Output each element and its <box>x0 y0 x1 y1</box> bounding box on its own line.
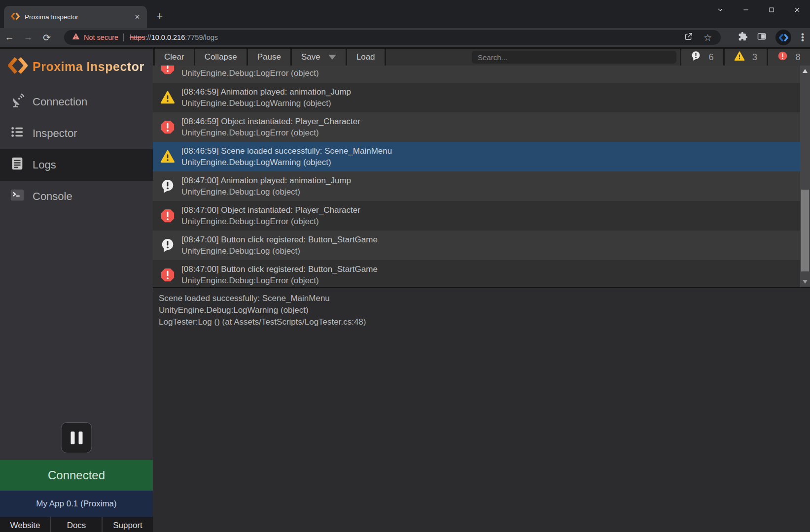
log-stack: UnityEngine.Debug:LogWarning (object) <box>181 157 392 168</box>
detail-line: UnityEngine.Debug:LogWarning (object) <box>159 304 804 316</box>
log-stack: UnityEngine.Debug:LogError (object) <box>181 127 360 138</box>
error-octagon-icon <box>160 267 175 282</box>
info-bubble-icon <box>691 51 701 64</box>
log-stack: UnityEngine.Debug:LogError (object) <box>181 216 360 227</box>
not-secure-label[interactable]: Not secure <box>84 33 118 41</box>
log-row[interactable]: [08:47:00] Object instantiated: Player_C… <box>153 201 800 231</box>
scrollbar-thumb[interactable] <box>801 190 809 271</box>
page-content: Proxima Inspector Connection <box>0 47 810 532</box>
pause-stream-button[interactable] <box>61 422 92 453</box>
error-count-filter[interactable]: 8 <box>768 49 810 66</box>
browser-menu-kebab-icon[interactable]: ••• <box>800 33 805 42</box>
sidebar: Proxima Inspector Connection <box>0 49 153 532</box>
info-bubble-icon <box>160 179 175 194</box>
error-circle-icon <box>777 51 788 64</box>
save-button[interactable]: Save <box>292 49 346 66</box>
bookmark-star-icon[interactable]: ☆ <box>704 32 712 43</box>
info-count: 6 <box>708 52 713 63</box>
browser-titlebar: Proxima Inspector ✕ + <box>0 0 810 28</box>
sidebar-item-label: Connection <box>33 96 87 108</box>
omnibox-divider <box>123 33 124 41</box>
log-scrollbar[interactable] <box>800 66 810 287</box>
new-tab-button[interactable]: + <box>153 10 167 24</box>
log-row[interactable]: [08:47:00] Animation played: animation_J… <box>153 171 800 201</box>
browser-tab[interactable]: Proxima Inspector ✕ <box>4 6 147 28</box>
warning-count: 3 <box>752 52 757 63</box>
sidebar-item-inspector[interactable]: Inspector <box>0 118 153 149</box>
log-row-selected[interactable]: [08:46:59] Scene loaded successfully: Sc… <box>153 142 800 171</box>
app-logo: Proxima Inspector <box>0 49 153 82</box>
back-button[interactable]: ← <box>0 32 19 43</box>
log-message: [08:47:00] Animation played: animation_J… <box>181 175 351 186</box>
not-secure-warning-icon <box>72 33 80 42</box>
tab-search-chevron-icon[interactable] <box>707 0 733 20</box>
detail-line: LogTester:Log () (at Assets/TestScripts/… <box>159 316 804 328</box>
scroll-down-arrow-icon[interactable] <box>803 280 808 284</box>
collapse-button[interactable]: Collapse <box>195 49 247 66</box>
log-list: UnityEngine.Debug:LogError (object) [08:… <box>153 66 810 287</box>
log-row[interactable]: [08:47:00] Button click registered: Butt… <box>153 260 800 287</box>
log-message: [08:46:59] Object instantiated: Player_C… <box>181 116 360 127</box>
terminal-icon <box>10 188 25 205</box>
info-count-filter[interactable]: 6 <box>681 49 723 66</box>
error-octagon-icon <box>160 208 175 223</box>
sidebar-item-logs[interactable]: Logs <box>0 149 153 181</box>
search-cell <box>386 49 680 66</box>
log-stack: UnityEngine.Debug:LogError (object) <box>181 67 319 79</box>
app-name-badge: My App 0.1 (Proxima) <box>0 491 153 517</box>
sidebar-item-label: Console <box>33 190 72 203</box>
clear-button[interactable]: Clear <box>155 49 194 66</box>
sidebar-item-label: Logs <box>33 159 56 171</box>
search-input[interactable] <box>472 51 676 64</box>
tab-title: Proxima Inspector <box>25 13 133 21</box>
chevron-down-icon[interactable] <box>328 55 336 60</box>
log-message: [08:46:59] Scene loaded successfully: Sc… <box>181 145 392 157</box>
extensions-puzzle-icon[interactable] <box>738 32 748 43</box>
logs-panel: Clear Collapse Pause Save Load 6 <box>153 49 810 532</box>
share-icon[interactable] <box>684 32 694 43</box>
log-message: [08:46:59] Animation played: animation_J… <box>181 86 351 98</box>
docs-link[interactable]: Docs <box>50 517 102 532</box>
forward-button[interactable]: → <box>19 32 37 43</box>
profile-extension-icon[interactable] <box>775 30 791 45</box>
error-octagon-icon <box>160 66 175 75</box>
logs-toolbar: Clear Collapse Pause Save Load 6 <box>153 49 810 66</box>
scroll-up-arrow-icon[interactable] <box>803 69 808 73</box>
pause-icon <box>70 432 74 444</box>
error-octagon-icon <box>160 120 175 134</box>
tab-close-icon[interactable]: ✕ <box>133 12 142 22</box>
website-link[interactable]: Website <box>0 517 50 532</box>
log-row[interactable]: [08:46:59] Object instantiated: Player_C… <box>153 112 800 142</box>
log-row[interactable]: [08:47:00] Button click registered: Butt… <box>153 231 800 260</box>
log-message: [08:47:00] Object instantiated: Player_C… <box>181 204 360 216</box>
app-title: Proxima Inspector <box>33 60 144 74</box>
window-minimize-button[interactable] <box>733 0 759 20</box>
log-row[interactable]: UnityEngine.Debug:LogError (object) <box>153 66 800 83</box>
log-stack: UnityEngine.Debug:LogWarning (object) <box>181 98 351 109</box>
sidebar-item-console[interactable]: Console <box>0 181 153 212</box>
document-lines-icon <box>10 156 25 174</box>
window-maximize-button[interactable] <box>759 0 784 20</box>
log-message: [08:47:00] Button click registered: Butt… <box>181 264 378 275</box>
warning-count-filter[interactable]: 3 <box>725 49 767 66</box>
side-panel-icon[interactable] <box>757 32 767 43</box>
load-button[interactable]: Load <box>347 49 385 66</box>
satellite-dish-icon <box>10 93 25 111</box>
info-bubble-icon <box>160 238 175 253</box>
support-link[interactable]: Support <box>102 517 153 532</box>
connection-status-badge: Connected <box>0 460 153 491</box>
warning-triangle-icon <box>160 90 175 105</box>
sidebar-item-connection[interactable]: Connection <box>0 86 153 118</box>
log-stack: UnityEngine.Debug:LogError (object) <box>181 275 378 286</box>
log-detail-panel: Scene loaded successfully: Scene_MainMen… <box>153 288 810 532</box>
log-row[interactable]: [08:46:59] Animation played: animation_J… <box>153 83 800 112</box>
sidebar-item-label: Inspector <box>33 127 77 140</box>
pause-button[interactable]: Pause <box>248 49 290 66</box>
reload-button[interactable]: ⟳ <box>37 32 56 43</box>
warning-triangle-icon <box>160 149 175 164</box>
log-stack: UnityEngine.Debug:Log (object) <box>181 186 351 198</box>
log-message: [08:47:00] Button click registered: Butt… <box>181 234 378 245</box>
browser-toolbar: ← → ⟳ Not secure https://10.0.0.216:7759… <box>0 28 810 47</box>
window-close-button[interactable] <box>784 0 810 20</box>
address-bar[interactable]: Not secure https://10.0.0.216:7759/logs … <box>64 30 721 45</box>
